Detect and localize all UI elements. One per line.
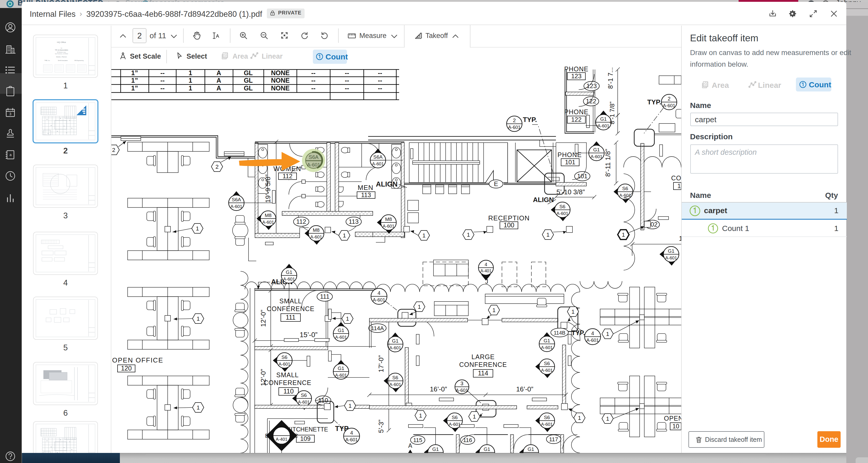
svg-text:OPEN O: OPEN O (664, 415, 681, 422)
svg-text:E: E (494, 180, 498, 187)
svg-text:G1: G1 (668, 248, 674, 254)
svg-text:M8: M8 (265, 213, 272, 218)
svg-text:Sebelia + Partners: Sebelia + Partners (56, 56, 67, 58)
svg-text:A-601: A-601 (372, 161, 383, 166)
svg-text:G1: G1 (528, 446, 534, 452)
svg-text:TYP.: TYP. (647, 98, 661, 106)
svg-text:117: 117 (549, 436, 558, 442)
svg-text:A: A (408, 442, 412, 449)
svg-text:1: 1 (423, 232, 426, 239)
svg-text:G1: G1 (286, 270, 292, 275)
svg-text:G1: G1 (600, 116, 607, 122)
svg-text:G1: G1 (593, 147, 599, 152)
svg-text:123: 123 (586, 83, 597, 89)
svg-text:1: 1 (492, 307, 495, 313)
svg-text:113: 113 (361, 191, 371, 198)
svg-text:--: -- (345, 69, 349, 76)
svg-text:PHONE: PHONE (564, 108, 588, 116)
svg-text:101: 101 (577, 173, 587, 180)
svg-text:NONE: NONE (271, 69, 289, 76)
svg-text:1: 1 (196, 404, 200, 411)
svg-text:17’-0”: 17’-0” (377, 355, 385, 372)
svg-text:115: 115 (413, 437, 422, 443)
svg-text:G1: G1 (544, 338, 550, 343)
svg-text:G1: G1 (432, 446, 439, 452)
svg-text:5’-3”: 5’-3” (377, 420, 385, 433)
svg-text:--: -- (378, 77, 382, 84)
svg-text:4: 4 (377, 290, 380, 296)
svg-text:A: A (280, 421, 284, 427)
svg-text:1: 1 (419, 412, 422, 419)
svg-text:CONFERENCE: CONFERENCE (267, 305, 314, 312)
svg-text:A-601: A-601 (591, 154, 602, 159)
svg-text:G1: G1 (392, 338, 398, 344)
svg-text:80 Builders Lane: 80 Builders Lane (57, 52, 66, 53)
svg-text:G1: G1 (484, 446, 490, 452)
svg-text:TR & Associates: TR & Associates (55, 49, 68, 51)
svg-text:RECEPTION: RECEPTION (488, 214, 530, 222)
svg-text:16’-0”: 16’-0” (516, 385, 533, 393)
svg-text:--: -- (378, 85, 382, 92)
svg-text:15’-0”: 15’-0” (300, 331, 317, 339)
svg-text:A-601: A-601 (456, 388, 468, 393)
svg-text:--: -- (345, 77, 349, 84)
svg-text:TYP.: TYP. (523, 116, 537, 124)
svg-text:1: 1 (348, 403, 351, 409)
svg-text:a: a (9, 153, 11, 157)
svg-text:GL: GL (244, 85, 253, 92)
svg-text:1: 1 (547, 232, 550, 238)
svg-text:122: 122 (571, 116, 582, 123)
svg-text:PHONE: PHONE (564, 65, 588, 72)
svg-text:114: 114 (478, 369, 488, 377)
svg-text:A-601: A-601 (541, 345, 553, 350)
svg-text:--: -- (160, 77, 165, 84)
svg-text:12’-0”: 12’-0” (259, 310, 267, 327)
svg-text:A: A (216, 85, 221, 92)
svg-text:LARGE: LARGE (471, 353, 495, 361)
svg-text:1: 1 (467, 232, 470, 238)
svg-text:2: 2 (215, 163, 219, 170)
svg-text:HQ Office: HQ Office (57, 41, 66, 43)
svg-text:A-601: A-601 (373, 298, 385, 303)
svg-text:1”: 1” (131, 69, 138, 76)
svg-text:A-601: A-601 (382, 224, 394, 229)
svg-text:A-601: A-601 (541, 422, 553, 427)
svg-text:A-601: A-601 (345, 437, 358, 442)
svg-text:10: 10 (677, 182, 681, 189)
svg-text:1: 1 (571, 308, 575, 315)
svg-text:A: A (216, 77, 221, 84)
svg-text:MA Engineering: MA Engineering (74, 60, 84, 61)
svg-text:A-601: A-601 (335, 373, 347, 378)
svg-text:D: D (265, 433, 269, 439)
svg-text:1: 1 (473, 413, 476, 420)
svg-text:S6: S6 (622, 186, 628, 191)
svg-text:114A: 114A (371, 325, 384, 332)
svg-text:112: 112 (283, 173, 292, 180)
svg-text:3: 3 (9, 112, 11, 116)
svg-text:111: 111 (320, 293, 330, 300)
svg-text:A-601: A-601 (283, 277, 295, 282)
svg-text:12’-0”: 12’-0” (259, 369, 267, 386)
svg-text:CONFE: CONFE (671, 175, 681, 182)
svg-text:109: 109 (300, 435, 311, 442)
svg-text:A-601: A-601 (278, 362, 290, 367)
svg-text:M8: M8 (385, 217, 392, 222)
svg-text:A-601: A-601 (262, 220, 274, 225)
svg-text:4: 4 (591, 331, 594, 336)
svg-text:2: 2 (668, 96, 671, 101)
svg-text:116: 116 (463, 437, 472, 443)
svg-text:S6: S6 (452, 415, 458, 420)
svg-text:PHONE: PHONE (557, 151, 582, 158)
svg-text:G1: G1 (338, 328, 344, 333)
svg-text:1: 1 (189, 85, 192, 92)
svg-text:3: 3 (460, 380, 463, 386)
svg-text:16’-0”: 16’-0” (430, 385, 447, 393)
svg-text:OPEN OFFICE: OPEN OFFICE (112, 356, 163, 364)
svg-text:114B: 114B (554, 330, 565, 336)
svg-text:GL: GL (244, 77, 253, 84)
svg-text:A-601: A-601 (389, 382, 401, 387)
svg-text:100: 100 (503, 221, 514, 229)
svg-text:NONE: NONE (271, 85, 289, 92)
svg-text:A-601: A-601 (449, 422, 460, 427)
svg-text:ALIGN: ALIGN (376, 180, 398, 188)
